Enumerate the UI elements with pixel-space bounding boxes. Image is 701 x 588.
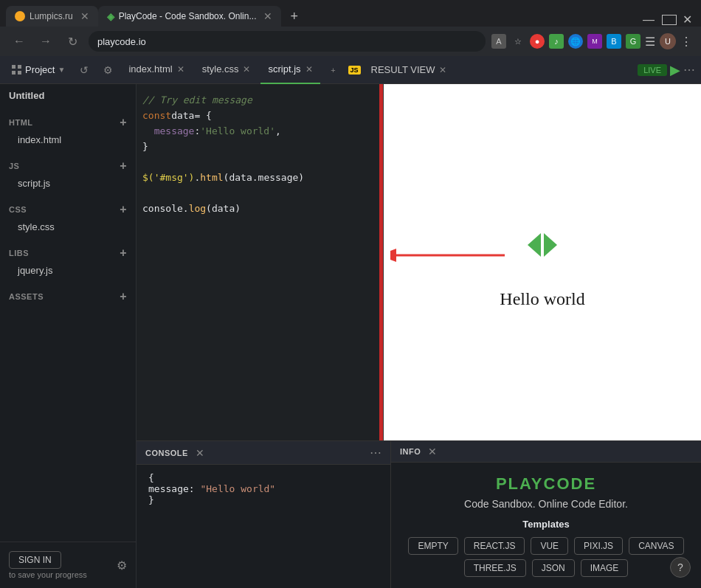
maximize-btn[interactable] xyxy=(662,15,677,25)
tab-index-html[interactable]: index.html ✕ xyxy=(121,56,191,84)
template-canvas[interactable]: CANVAS xyxy=(629,537,683,555)
code-editor[interactable]: // Try edit message const data = { messa… xyxy=(137,84,383,440)
grid-icon xyxy=(12,65,22,75)
play-btn[interactable]: ▶ xyxy=(670,62,680,78)
new-tab-btn[interactable]: + xyxy=(281,6,307,27)
code-paren-open-2: ( xyxy=(206,201,212,217)
editor-area: // Try edit message const data = { messa… xyxy=(137,84,701,588)
ext-green2-icon[interactable]: G xyxy=(626,34,640,49)
project-chevron: ▼ xyxy=(58,66,65,74)
toolbar-settings-btn[interactable]: ⚙ xyxy=(97,60,118,80)
template-image[interactable]: IMAGE xyxy=(581,559,629,577)
console-content: { message: "Hello world" } xyxy=(137,465,390,588)
sidebar-file-script-js[interactable]: script.js xyxy=(9,176,127,191)
code-paren-close-2: ) xyxy=(235,201,241,217)
console-line-open: { xyxy=(148,472,379,483)
tab-lumpics-close[interactable]: ✕ xyxy=(80,10,89,22)
info-close[interactable]: ✕ xyxy=(428,446,437,457)
ext-blue-icon[interactable]: B xyxy=(607,34,621,49)
more-options-icon[interactable]: ⋮ xyxy=(680,35,692,49)
ext-green-icon[interactable]: ♪ xyxy=(549,34,564,49)
reload-btn[interactable]: ↻ xyxy=(62,31,83,52)
result-view-label: RESULT VIEW xyxy=(371,64,435,75)
settings-icon[interactable]: ⚙ xyxy=(117,558,127,573)
ext-globe-icon[interactable]: 🌐 xyxy=(568,34,583,49)
forward-btn[interactable]: → xyxy=(35,31,56,52)
tab-script-js-label: script.js xyxy=(268,63,300,75)
translate-icon[interactable]: A xyxy=(491,34,506,49)
window-controls: — ✕ xyxy=(641,13,701,27)
code-paren-close: ) xyxy=(298,170,304,186)
more-options-btn[interactable]: ⋯ xyxy=(683,63,695,77)
tab-style-css[interactable]: style.css ✕ xyxy=(195,56,258,84)
ext-multi-icon[interactable]: M xyxy=(587,34,602,49)
live-badge: LIVE xyxy=(638,64,667,76)
tab-index-html-close[interactable]: ✕ xyxy=(177,64,184,75)
tab-script-js[interactable]: script.js ✕ xyxy=(260,56,320,84)
project-label: Project xyxy=(25,64,55,75)
templates-row-1: EMPTY REACT.JS VUE PIXI.JS CANVAS xyxy=(403,537,689,555)
sidebar-section-html: HTML + index.html xyxy=(0,107,136,151)
red-vertical-bar xyxy=(379,84,383,440)
code-close-brace: } xyxy=(142,139,148,155)
tab-playcode-label: PlayCode - Code Sandbox. Onlin... xyxy=(119,11,257,21)
template-react[interactable]: REACT.JS xyxy=(464,537,525,555)
back-btn[interactable]: ← xyxy=(9,31,30,52)
template-empty[interactable]: EMPTY xyxy=(408,537,457,555)
sidebar-js-add[interactable]: + xyxy=(120,159,127,173)
templates-row-2: THREE.JS JSON IMAGE xyxy=(403,559,689,577)
template-vue[interactable]: VUE xyxy=(531,537,568,555)
sidebar-assets-add[interactable]: + xyxy=(120,290,127,303)
address-text: playcode.io xyxy=(97,36,146,47)
red-arrow-annotation xyxy=(390,244,508,266)
sidebar-bottom: SIGN IN to save your progress ⚙ xyxy=(0,542,136,588)
console-line-close: } xyxy=(148,494,379,505)
sidebar-section-js: JS + script.js xyxy=(0,151,136,194)
console-close[interactable]: ✕ xyxy=(196,447,204,459)
sidebar-css-add[interactable]: + xyxy=(120,203,127,216)
user-avatar[interactable]: U xyxy=(660,33,676,49)
new-file-btn[interactable]: + xyxy=(323,60,344,80)
tab-style-css-close[interactable]: ✕ xyxy=(243,64,250,75)
close-window-btn[interactable]: ✕ xyxy=(683,13,692,27)
sign-in-btn[interactable]: SIGN IN xyxy=(9,551,61,569)
result-view-tab[interactable]: RESULT VIEW ✕ xyxy=(364,56,455,84)
menu-icon[interactable]: ☰ xyxy=(645,35,655,49)
help-btn[interactable]: ? xyxy=(670,557,691,578)
code-param-data: data.message xyxy=(229,170,298,186)
code-line-5 xyxy=(137,155,382,170)
tab-playcode[interactable]: ◈ PlayCode - Code Sandbox. Onlin... ✕ xyxy=(98,6,282,27)
tab-script-js-close[interactable]: ✕ xyxy=(305,64,313,75)
sidebar-file-style-css[interactable]: style.css xyxy=(9,219,127,235)
tab-lumpics-label: Lumpics.ru xyxy=(30,11,73,21)
code-paren-open: ( xyxy=(224,170,229,186)
result-view-close[interactable]: ✕ xyxy=(439,65,446,75)
sidebar-file-jquery[interactable]: jquery.js xyxy=(9,263,127,278)
code-indent-1 xyxy=(142,124,154,139)
project-btn[interactable]: Project ▼ xyxy=(6,61,71,78)
code-line-6: $('#msg').html(data.message) xyxy=(137,170,382,186)
template-json[interactable]: JSON xyxy=(532,559,575,577)
browser-chrome: Lumpics.ru ✕ ◈ PlayCode - Code Sandbox. … xyxy=(0,0,701,56)
minimize-btn[interactable]: — xyxy=(641,13,656,27)
tab-lumpics[interactable]: Lumpics.ru ✕ xyxy=(6,6,98,27)
console-more[interactable]: ⋯ xyxy=(370,446,381,460)
bookmark-icon[interactable]: ☆ xyxy=(511,34,525,49)
sidebar-html-add[interactable]: + xyxy=(120,116,127,129)
preview-logo xyxy=(513,215,572,277)
code-line-8: console.log(data) xyxy=(137,201,382,217)
template-three[interactable]: THREE.JS xyxy=(464,559,526,577)
sidebar-bottom-left: SIGN IN to save your progress xyxy=(9,551,87,579)
sidebar-file-index-html[interactable]: index.html xyxy=(9,132,127,148)
sidebar-file-index-html-label: index.html xyxy=(18,134,61,145)
nav-icons: A ☆ ● ♪ 🌐 M B G ☰ U ⋮ xyxy=(491,33,692,49)
template-pixi[interactable]: PIXI.JS xyxy=(574,537,623,555)
toolbar-history-btn[interactable]: ↺ xyxy=(74,60,94,80)
tab-playcode-close[interactable]: ✕ xyxy=(263,10,272,22)
console-panel-header: CONSOLE ✕ ⋯ xyxy=(137,441,390,465)
address-bar[interactable]: playcode.io xyxy=(89,31,486,52)
sidebar-libs-add[interactable]: + xyxy=(120,246,127,260)
code-colon: : xyxy=(194,124,200,139)
ext-red-icon[interactable]: ● xyxy=(530,34,545,49)
tab-index-html-label: index.html xyxy=(128,63,172,75)
